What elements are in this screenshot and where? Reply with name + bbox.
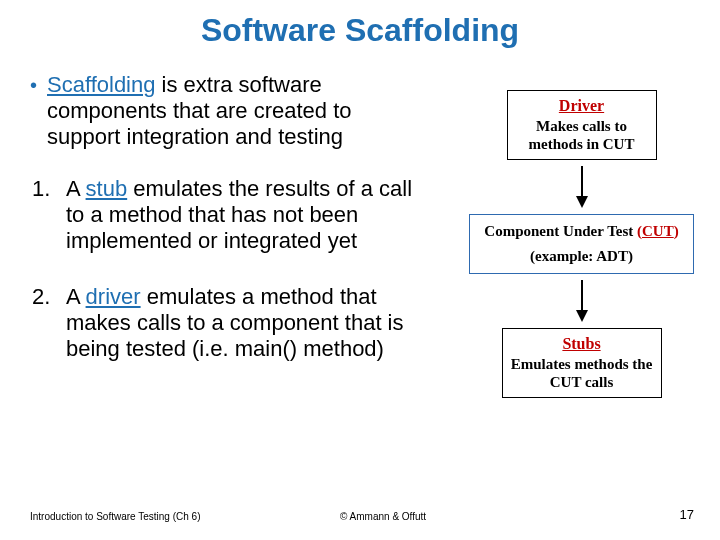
cut-line1: Component Under Test (CUT) [474,223,689,240]
svg-marker-3 [576,310,588,322]
cut-text-a: Component Under Test [484,223,637,239]
cut-paren-close: ) [674,223,679,239]
numbered-item-1: 1. A stub emulates the results of a call… [32,176,430,254]
bullet-intro: • Scaffolding is extra software componen… [30,72,430,150]
footer-mid: © Ammann & Offutt [340,511,426,522]
numbered-text-2: A driver emulates a method that makes ca… [66,284,430,362]
cut-line2: (example: ADT) [474,248,689,265]
slide-number: 17 [680,507,694,522]
driver-subtitle: Makes calls to methods in CUT [512,117,652,153]
diagram: Driver Makes calls to methods in CUT Com… [469,90,694,398]
item1-pre: A [66,176,86,201]
numbered-item-2: 2. A driver emulates a method that makes… [32,284,430,362]
item2-pre: A [66,284,86,309]
svg-marker-1 [576,196,588,208]
stubs-subtitle: Emulates methods the CUT calls [507,355,657,391]
cut-acronym: CUT [642,223,674,239]
slide-title: Software Scaffolding [0,0,720,49]
footer-left: Introduction to Software Testing (Ch 6) [30,511,200,522]
cut-box: Component Under Test (CUT) (example: ADT… [469,214,694,274]
stubs-title: Stubs [507,335,657,353]
driver-box: Driver Makes calls to methods in CUT [507,90,657,160]
bullet-intro-text: Scaffolding is extra software components… [47,72,430,150]
stubs-box: Stubs Emulates methods the CUT calls [502,328,662,398]
item2-accent: driver [86,284,141,309]
slide: Software Scaffolding • Scaffolding is ex… [0,0,720,540]
driver-title: Driver [512,97,652,115]
arrow-down-icon [572,280,592,322]
bullet-intro-accent: Scaffolding [47,72,155,97]
bullet-marker: • [30,72,37,150]
number-marker-1: 1. [32,176,66,254]
number-marker-2: 2. [32,284,66,362]
item1-accent: stub [86,176,128,201]
arrow-down-icon [572,166,592,208]
numbered-text-1: A stub emulates the results of a call to… [66,176,430,254]
body-content: • Scaffolding is extra software componen… [30,72,430,362]
